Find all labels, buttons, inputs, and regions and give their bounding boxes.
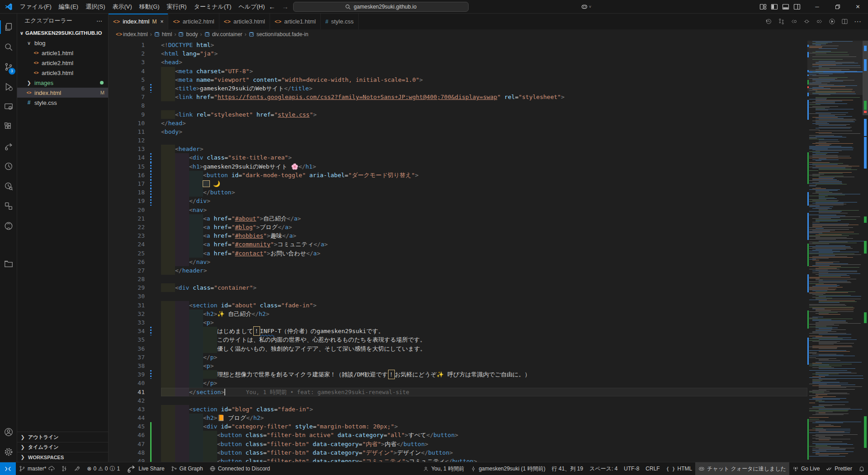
code-line-11: 11<body> [109,127,807,136]
status-remote-indicator[interactable] [0,462,16,475]
menu-ターミナル[interactable]: ターミナル(T) [190,2,235,12]
branch-icon [19,466,25,472]
git-gutter [150,379,152,387]
status-live-share[interactable]: Live Share [123,464,167,474]
tab-index.html[interactable]: <>index.htmlM× [109,14,168,29]
breadcrumb-item-div.container[interactable]: ❒div.container [204,31,242,38]
sidebar-section-アウトライン[interactable]: ❯アウトライン [17,432,108,442]
activity-source-control[interactable]: 3 [0,57,17,77]
menu-編集[interactable]: 編集(E) [55,2,82,12]
tree-item-article1.html[interactable]: <>article1.html [17,48,108,58]
split-editor-icon[interactable] [841,18,848,25]
code-line-49: 49<button class="filter-btn" data-catego… [109,457,807,462]
close-tab-icon[interactable]: × [160,19,163,25]
activity-accounts[interactable] [0,422,17,442]
toggle-panel-icon[interactable] [782,3,789,10]
breadcrumb-item-section#about.fade-in[interactable]: ❒section#about.fade-in [249,31,308,38]
status-notifications[interactable] [855,464,868,474]
search-icon [4,42,14,52]
activity-github[interactable] [0,216,17,236]
status-cursor-position[interactable]: 行 41、列 19 [549,464,586,474]
tree-item-article2.html[interactable]: <>article2.html [17,58,108,68]
status-launch[interactable] [71,464,84,474]
open-change-icon[interactable] [803,18,810,25]
activity-gitlens-inspect[interactable] [0,176,17,196]
tree-item-index.html[interactable]: <>index.htmlM [17,88,108,98]
compare-changes-icon[interactable] [778,18,785,25]
person-icon [423,466,429,472]
line-number: 11 [109,127,145,136]
status-git-graph[interactable]: Git Graph [168,464,206,474]
status-discord[interactable]: Connected to Discord [206,464,273,474]
code-line-2: 2<html lang="ja"> [109,49,807,58]
close-icon[interactable]: ✕ [848,0,868,14]
overview-ruler[interactable] [863,39,868,462]
status-go-live[interactable]: Go Live [789,464,823,474]
nav-forward-button[interactable]: → [282,3,289,10]
status-problems[interactable]: ⊗ 0 ⚠ 0 ⓘ 1 [84,464,123,474]
globe-icon [209,466,216,472]
status-git-actions[interactable] [58,464,71,474]
code-line-5: 5<meta name="viewport" content="width=de… [109,75,807,84]
activity-remote-explorer[interactable] [0,97,17,117]
tab-article2.html[interactable]: <>article2.html [168,14,219,29]
menu-ファイル[interactable]: ファイル(F) [16,2,55,12]
menu-移動[interactable]: 移動(G) [136,2,163,12]
status-last-commit[interactable]: gamesken29suki (1 時間前) [467,464,548,474]
copilot-menu[interactable]: ˅ [581,0,591,14]
toggle-sidebar-icon[interactable] [771,3,778,10]
breadcrumb-item-html[interactable]: ❒html [154,31,172,38]
activity-gitlens[interactable] [0,156,17,176]
next-change-icon[interactable] [816,18,823,25]
history-icon[interactable] [765,18,772,25]
breadcrumb-item-body[interactable]: ❒body [178,31,198,38]
activity-settings[interactable] [0,442,17,462]
tab-article1.html[interactable]: <>article1.html [270,14,321,29]
status-indentation[interactable]: スペース: 4 [586,464,621,474]
activity-run-and-debug[interactable] [0,77,17,97]
tree-item-style.css[interactable]: #style.css [17,98,108,108]
activity-search[interactable] [0,37,17,57]
minimize-icon[interactable]: ─ [807,0,827,14]
menu-表示[interactable]: 表示(V) [109,2,136,12]
tree-item-images[interactable]: ❯images [17,78,108,88]
tab-style.css[interactable]: #style.css [321,14,359,29]
status-encoding[interactable]: UTF-8 [621,464,642,474]
line-number: 28 [109,275,145,283]
menu-選択[interactable]: 選択(S) [82,2,109,12]
code-editor[interactable]: 1<!DOCTYPE html>2<html lang="ja">3<head>… [109,39,868,462]
tree-item-blog[interactable]: ∨blog [17,38,108,48]
run-preview-icon[interactable] [829,18,835,25]
tree-item-article3.html[interactable]: <>article3.html [17,68,108,78]
nav-back-button[interactable]: ← [269,3,275,10]
status-copilot-status[interactable]: チャット クォータに達しました [695,462,789,475]
tab-article3.html[interactable]: <>article3.html [219,14,270,29]
activity-explorer[interactable] [0,17,17,37]
git-gutter [150,258,152,266]
activity-live-share[interactable] [0,136,17,156]
status-prettier[interactable]: Prettier [823,464,855,474]
restore-icon[interactable] [827,0,848,14]
previous-change-icon[interactable] [791,18,797,25]
minimap[interactable] [807,39,863,462]
activity-references[interactable] [0,196,17,216]
sidebar-section-タイムライン[interactable]: ❯タイムライン [17,442,108,452]
more-actions-icon[interactable]: ⋯ [854,17,862,26]
sidebar-section-WORKSPACES[interactable]: ❯WORKSPACES [17,452,108,462]
status-blame-author[interactable]: You, 1 時間前 [420,464,467,474]
menu-ヘルプ[interactable]: ヘルプ(H) [235,2,269,12]
status-git-branch[interactable]: master* [16,464,58,474]
command-center-search[interactable]: gamesken29suki.github.io [293,2,469,12]
activity-extensions[interactable] [0,117,17,136]
breadcrumb-item-index.html[interactable]: <>index.html [116,31,148,38]
code-line-35: 35このサイトは、私の内面の世界や、心惹かれるものたちを表現する場所です。 [109,335,807,344]
more-actions-icon[interactable]: ⋯ [96,18,103,24]
explorer-root[interactable]: ∨GAMESKEN29SUKI.GITHUB.IO [17,28,108,38]
toggle-secondary-sidebar-icon[interactable] [793,3,801,10]
menu-実行[interactable]: 実行(R) [163,2,190,12]
line-number: 16 [109,171,145,179]
status-eol[interactable]: CRLF [642,464,663,474]
customize-layout-icon[interactable] [759,3,767,10]
status-language-mode[interactable]: { }HTML [663,464,696,474]
activity-folder-library[interactable] [0,254,17,274]
